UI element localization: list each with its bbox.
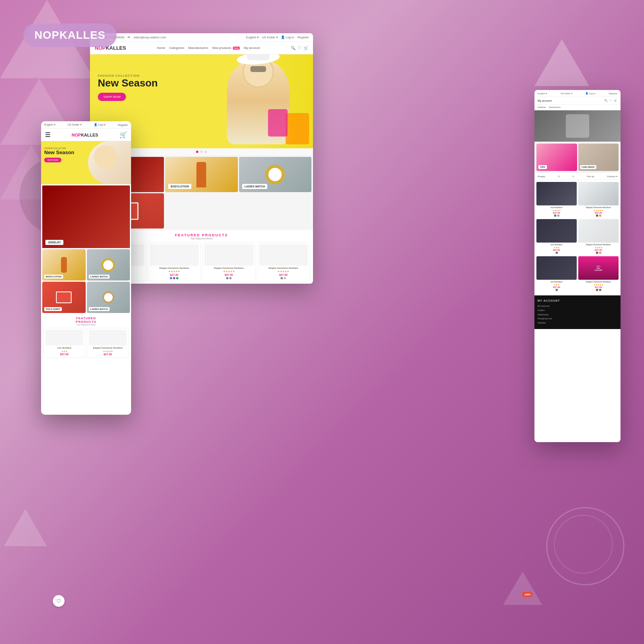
right-swatch-2b	[599, 214, 601, 217]
swatch-4a	[281, 277, 283, 279]
login-link[interactable]: 👤 Log In	[281, 36, 294, 39]
mobile-cat-jewelry-big[interactable]: JEWELRY	[42, 185, 130, 248]
mobile-prod-img-2	[89, 330, 127, 345]
right-display-3[interactable]: 3	[572, 175, 574, 178]
cat-item-lotion[interactable]: BODYLOTION	[165, 157, 237, 192]
cat-item-watch[interactable]: LADIES WATCH	[239, 157, 311, 192]
cat-label-lotion: BODYLOTION	[168, 184, 191, 189]
right-cat-tops[interactable]: TOPS	[536, 144, 577, 171]
dot-1[interactable]	[196, 151, 198, 153]
nav-links: Home Categories Manufacturers New produc…	[157, 46, 260, 50]
footer-link-addresses[interactable]: Addresses	[538, 313, 617, 317]
right-prod-swatches-4	[578, 252, 619, 254]
right-prod-3[interactable]: one Necklace ★★★ $27.00	[536, 219, 577, 254]
right-swatch-na	[596, 289, 598, 291]
mobile-cat-watch2[interactable]: LADIES WATCH	[87, 282, 130, 313]
right-register[interactable]: Register	[609, 92, 617, 95]
main-nav: NOPKALLES Home Categories Manufacturers …	[90, 42, 313, 54]
deco-triangle-outline-2	[4, 509, 47, 546]
right-prod-nail[interactable]: O·P·INAILLACQUER Elegant Gemstone Neckla…	[578, 256, 619, 291]
mobile-cat-label-polo: POLO-SHIRT	[44, 307, 62, 311]
mobile-cat-label-lotion: BODYLOTION	[44, 275, 63, 279]
nav-my-account[interactable]: My account	[244, 46, 260, 50]
footer-link-wishlist[interactable]: Wishlist	[538, 321, 617, 325]
right-login[interactable]: 👤 Log In	[585, 92, 595, 95]
footer-link-myaccount[interactable]: My account	[538, 304, 617, 308]
right-lang[interactable]: English ▾	[538, 92, 547, 95]
nav-new-products[interactable]: New products New	[212, 46, 240, 50]
main-logo: NOPKALLES	[23, 23, 117, 47]
right-wishlist-icon[interactable]: ♡	[610, 99, 612, 102]
right-prod-2[interactable]: Elegant Gemstone Necklace ★★★★★ $27.00	[578, 182, 619, 217]
mobile-cat-watch[interactable]: LADIES WATCH	[87, 249, 130, 281]
footer-link-orders[interactable]: Orders	[538, 308, 617, 313]
right-myaccount: My account	[538, 99, 552, 102]
language-selector[interactable]: English ▾	[246, 36, 259, 39]
right-prod-price-5: $27.00	[536, 286, 577, 288]
right-swatch-2a	[596, 214, 598, 217]
mobile-cat-polo[interactable]: POLO-SHIRT	[42, 282, 86, 313]
model-hat-top	[246, 54, 270, 60]
mobile-prod-price-1: $27.00	[45, 353, 83, 356]
right-prod-4[interactable]: Elegant Gemstone Necklace ★★★★ $27.00	[578, 219, 619, 254]
mobile-login[interactable]: 👤 Log In	[94, 123, 106, 126]
wishlist-icon[interactable]: ♡	[298, 46, 301, 50]
right-prod-5[interactable]: one Necklace ★★★ $27.00	[536, 256, 577, 291]
logo-text-light: KALLES	[59, 29, 106, 41]
product-price-3: $27.00	[204, 273, 254, 276]
mobile-headline: New Season	[44, 149, 74, 155]
mobile-shop-btn[interactable]: SHOP NOW	[44, 158, 61, 162]
shop-now-button[interactable]: SHOP NOW	[98, 93, 126, 101]
nav-manufacturers[interactable]: Manufacturers	[188, 46, 208, 50]
mobile-hero: FASHION COLLECTION New Season SHOP NOW	[41, 141, 131, 184]
mobile-cart-icon[interactable]: 🛒	[119, 131, 127, 139]
mobile-lang[interactable]: English ▾	[44, 123, 56, 126]
new-badge: New	[233, 47, 240, 50]
mobile-feat-title: FEATURED	[43, 317, 129, 320]
currency-selector[interactable]: US Dollar ▾	[262, 36, 277, 39]
mobile-product-1[interactable]: one Necklace ★★★ $27.00	[43, 328, 85, 358]
mobile-wishlist-icon[interactable]: ♡	[53, 595, 65, 607]
mobile-logo: NOPKALLES	[72, 133, 98, 137]
right-prod-1[interactable]: one Necklace ★★★★ $27.00	[536, 182, 577, 217]
mobile-product-2[interactable]: Elegant Gemstone Necklace ★★★★★ $27.00	[87, 328, 129, 358]
search-icon[interactable]: 🔍	[291, 46, 295, 50]
right-nail-img: O·P·INAILLACQUER	[578, 256, 619, 280]
nav-home[interactable]: Home	[157, 46, 165, 50]
product-stars-3: ★★★★★	[204, 270, 254, 273]
right-prod-stars-4: ★★★★	[578, 246, 619, 249]
right-cat-dress[interactable]: LONG DRESS	[578, 144, 619, 171]
mobile-register[interactable]: Register	[118, 124, 128, 126]
mobile-currency[interactable]: US Dollar ▾	[68, 123, 82, 126]
right-prod-stars-3: ★★★	[536, 246, 577, 249]
dot-3[interactable]	[205, 151, 207, 153]
right-nav: My account 🔍 ♡ 🛒	[534, 97, 621, 104]
dot-2[interactable]	[200, 151, 203, 153]
right-subnav-electronics[interactable]: Electronics	[549, 106, 560, 108]
register-link[interactable]: Register	[297, 36, 309, 39]
nail-brand: O·P·INAILLACQUER	[595, 265, 603, 271]
right-cart-icon[interactable]: 🛒	[614, 99, 617, 102]
right-currency[interactable]: US Dollar ▾	[560, 92, 572, 95]
cart-icon[interactable]: 🛒	[304, 46, 308, 50]
product-card-3[interactable]: Elegant Gemstone Necklace ★★★★★ $27.00	[202, 242, 255, 281]
product-price-4: $27.00	[259, 273, 308, 276]
product-img-3	[204, 244, 254, 266]
product-card-2[interactable]: Elegant Gemstone Necklace ★★★★★ $27.00	[148, 242, 201, 281]
mobile-hamburger-icon[interactable]: ☰	[45, 131, 50, 139]
mobile-cat-lotion[interactable]: BODYLOTION	[42, 249, 86, 281]
right-subnav-fashion[interactable]: Fashion	[538, 106, 546, 108]
mobile-feat-sub: Top featured items	[43, 324, 129, 326]
footer-link-cart[interactable]: Shopping cart	[538, 317, 617, 321]
right-prod-swatches-3	[536, 252, 577, 254]
nav-categories[interactable]: Categories	[169, 46, 184, 50]
right-sort-label: Sort by	[587, 175, 594, 178]
right-footer: MY ACCOUNT My account Orders Addresses S…	[534, 295, 621, 329]
right-nail-section: one Necklace ★★★ $27.00 O·P·INAILLACQUER…	[536, 256, 619, 291]
topbar-right: English ▾ US Dollar ▾ 👤 Log In Register	[246, 36, 309, 39]
right-product-row-3: one Necklace ★★★ $27.00 O·P·INAILLACQUER…	[536, 256, 619, 291]
right-search-icon[interactable]: 🔍	[604, 99, 608, 102]
right-position-selector[interactable]: Position ▾	[607, 175, 617, 178]
right-display-6[interactable]: 6	[558, 175, 559, 178]
product-card-4[interactable]: Elegant Gemstone Necklace ★★★★★ $27.00	[257, 242, 310, 281]
